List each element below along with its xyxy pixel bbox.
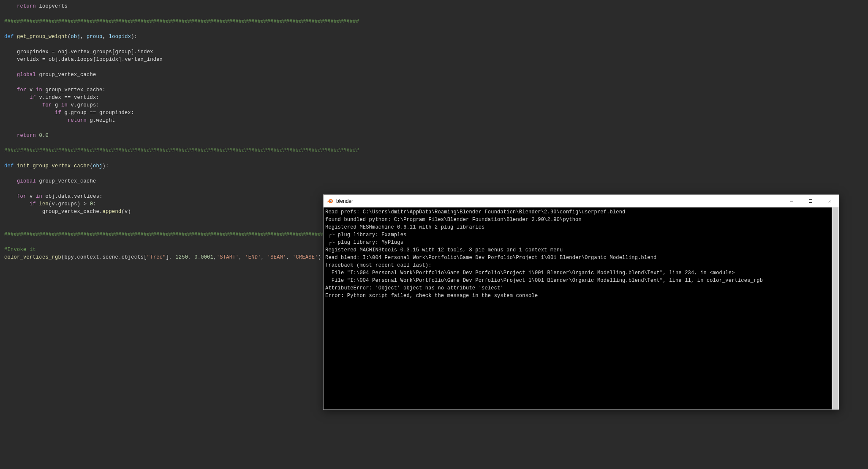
scrollbar-thumb[interactable] bbox=[833, 207, 838, 409]
code-line: global group_vertex_cache bbox=[4, 177, 864, 185]
code-line: for v in group_vertex_cache: bbox=[4, 86, 864, 94]
code-line bbox=[4, 155, 864, 162]
code-line: if g.group == groupindex: bbox=[4, 109, 864, 117]
code-line bbox=[4, 41, 864, 48]
code-line: for g in v.groups: bbox=[4, 101, 864, 109]
code-line: return 0.0 bbox=[4, 132, 864, 139]
code-line bbox=[4, 124, 864, 132]
code-line: def get_group_weight(obj, group, loopidx… bbox=[4, 33, 864, 41]
code-line bbox=[4, 63, 864, 71]
window-title: blender bbox=[336, 197, 353, 205]
code-line bbox=[4, 185, 864, 193]
code-line bbox=[4, 79, 864, 86]
scrollbar[interactable] bbox=[832, 207, 839, 409]
titlebar[interactable]: blender bbox=[324, 195, 839, 207]
console-output[interactable]: Read prefs: C:\Users\dmitr\AppData\Roami… bbox=[324, 207, 839, 409]
code-line bbox=[4, 170, 864, 177]
code-line bbox=[4, 25, 864, 33]
blender-icon bbox=[327, 198, 334, 205]
minimize-button[interactable] bbox=[782, 195, 801, 207]
svg-point-2 bbox=[330, 200, 332, 202]
code-line: ########################################… bbox=[4, 18, 864, 25]
code-line: def init_group_vertex_cache(obj): bbox=[4, 162, 864, 170]
close-button[interactable] bbox=[820, 195, 839, 207]
code-line bbox=[4, 10, 864, 18]
console-window: blender Read prefs: C:\Users\dmitr\AppDa… bbox=[323, 194, 839, 410]
code-line: return loopverts bbox=[4, 3, 864, 10]
code-line: global group_vertex_cache bbox=[4, 71, 864, 79]
code-line: return g.weight bbox=[4, 117, 864, 124]
code-line bbox=[4, 139, 864, 147]
svg-rect-4 bbox=[809, 199, 812, 202]
maximize-button[interactable] bbox=[801, 195, 820, 207]
code-line: groupindex = obj.vertex_groups[group].in… bbox=[4, 48, 864, 56]
code-line: if v.index == vertidx: bbox=[4, 94, 864, 101]
code-line: vertidx = obj.data.loops[loopidx].vertex… bbox=[4, 56, 864, 63]
code-line: ########################################… bbox=[4, 147, 864, 155]
